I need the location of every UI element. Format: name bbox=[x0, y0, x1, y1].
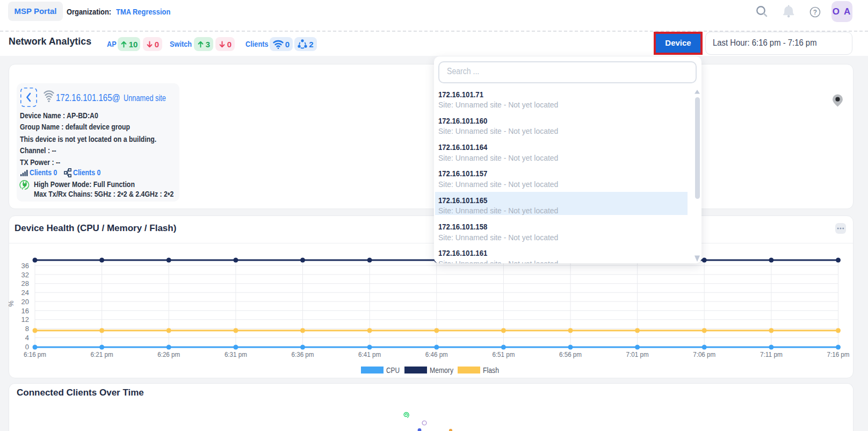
svg-text:7:06 pm: 7:06 pm bbox=[693, 350, 715, 358]
svg-text:6:16 pm: 6:16 pm bbox=[24, 350, 46, 358]
svg-text:Memory: Memory bbox=[430, 365, 453, 375]
svg-text:6:56 pm: 6:56 pm bbox=[559, 350, 582, 358]
svg-text:6:36 pm: 6:36 pm bbox=[292, 350, 314, 358]
svg-text:6:21 pm: 6:21 pm bbox=[91, 350, 113, 358]
svg-text:20: 20 bbox=[21, 298, 29, 306]
svg-text:6:31 pm: 6:31 pm bbox=[225, 350, 247, 358]
svg-text:7:11 pm: 7:11 pm bbox=[760, 350, 783, 358]
svg-text:7:01 pm: 7:01 pm bbox=[626, 350, 649, 358]
svg-text:36: 36 bbox=[21, 262, 29, 270]
svg-text:24: 24 bbox=[21, 289, 29, 297]
svg-text:6:26 pm: 6:26 pm bbox=[157, 350, 180, 358]
svg-text:28: 28 bbox=[21, 279, 29, 288]
svg-text:12: 12 bbox=[21, 315, 29, 324]
svg-text:CPU: CPU bbox=[386, 365, 400, 375]
svg-text:7:16 pm: 7:16 pm bbox=[827, 350, 850, 358]
svg-text:6:51 pm: 6:51 pm bbox=[492, 350, 515, 358]
svg-text:32: 32 bbox=[21, 271, 29, 279]
svg-text:%: % bbox=[7, 300, 15, 307]
svg-text:6:46 pm: 6:46 pm bbox=[425, 350, 448, 358]
svg-text:8: 8 bbox=[25, 325, 29, 333]
svg-text:0: 0 bbox=[25, 343, 29, 351]
svg-text:Flash: Flash bbox=[483, 365, 499, 375]
svg-text:6:41 pm: 6:41 pm bbox=[358, 350, 381, 358]
svg-text:16: 16 bbox=[21, 307, 29, 315]
svg-text:4: 4 bbox=[25, 334, 29, 342]
